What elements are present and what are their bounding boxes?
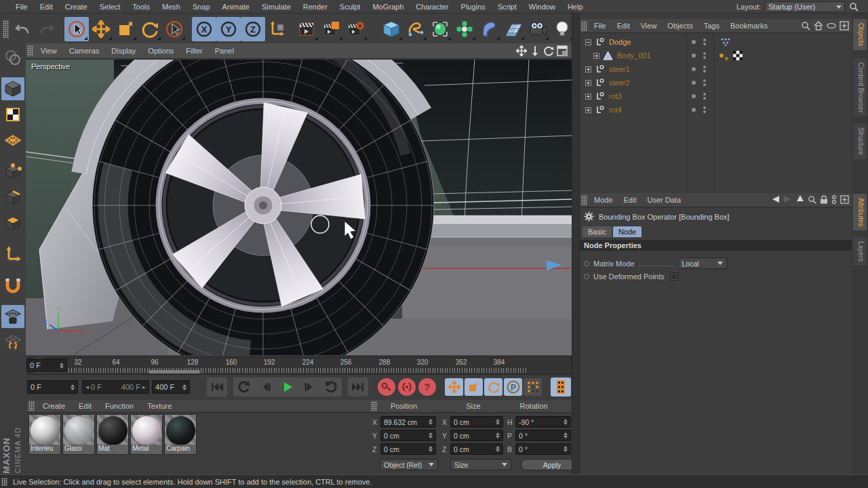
menu-tools[interactable]: Tools [126,0,156,14]
lock-y-axis[interactable]: Y [216,17,241,41]
viewport-grip[interactable] [27,45,33,56]
viewport-canvas[interactable]: Y X Z [26,60,572,355]
workplane-mode-button[interactable] [1,129,24,152]
add-deformer-button[interactable] [477,17,501,41]
om-menu-bookmarks[interactable]: Bookmarks [725,22,773,30]
object-label[interactable]: Dodge [609,38,631,46]
material-menu-texture[interactable]: Texture [140,402,178,410]
visibility-dot[interactable] [692,94,696,98]
lock-z-axis[interactable]: Z [241,17,265,41]
ruler-scroll-handle[interactable] [149,370,200,373]
maximize-view-icon[interactable] [557,45,568,56]
object-manager-grip[interactable] [581,21,587,31]
menu-plugins[interactable]: Plugins [455,0,492,14]
selection-tag-icon[interactable] [719,54,724,58]
goto-end-button[interactable] [348,378,368,396]
lock-icon[interactable] [820,195,828,204]
tree-row-dodge[interactable]: Dodge [580,35,852,49]
viewport-menu-filter[interactable]: Filter [180,47,208,55]
record-scale-toggle[interactable] [465,378,483,396]
node-properties-section[interactable]: Node Properties [580,240,852,251]
play-backward-button[interactable] [234,378,254,396]
coordinate-system-toggle[interactable] [265,17,290,41]
end-frame-field[interactable]: 400 F [152,380,190,394]
side-tab-attributes[interactable]: Attributes [853,194,867,230]
expander-icon[interactable] [585,94,591,100]
expander-icon[interactable] [593,53,599,59]
texture-mode-button[interactable] [1,103,24,126]
menu-character[interactable]: Character [410,0,454,14]
viewport-menu-display[interactable]: Display [105,47,142,55]
snap-button[interactable] [1,274,24,297]
menu-script[interactable]: Script [492,0,523,14]
tree-row-rot4[interactable]: rot4 [580,103,852,117]
viewport-menu-view[interactable]: View [35,47,63,55]
help-button[interactable]: ? [418,378,436,396]
axis-mode-button[interactable] [1,243,24,266]
layout-dropdown[interactable]: Startup (User) [765,1,845,12]
use-deformed-points-checkbox[interactable] [670,272,678,281]
viewport-menu-cameras[interactable]: Cameras [63,47,106,55]
toolbar-grip[interactable] [3,20,9,38]
add-camera-button[interactable] [526,17,550,41]
add-panel-icon[interactable] [840,21,849,30]
record-parameter-toggle[interactable]: P [504,378,522,396]
om-search-icon[interactable] [801,21,810,30]
material-swatch[interactable]: Interieu [28,414,61,455]
add-modeling-object-button[interactable] [452,17,477,41]
menu-animate[interactable]: Animate [216,0,256,14]
attr-menu-userdata[interactable]: User Data [642,196,687,204]
expander-icon[interactable] [585,107,591,113]
lock-x-axis[interactable]: X [192,17,216,41]
side-tab-layers[interactable]: Layers [853,237,867,266]
menu-sculpt[interactable]: Sculpt [334,0,367,14]
visibility-dot[interactable] [692,54,696,58]
material-swatch[interactable]: Glass [62,414,95,455]
record-position-toggle[interactable] [445,378,463,396]
material-menu-edit[interactable]: Edit [72,402,98,410]
add-cube-button[interactable] [379,17,403,41]
record-keyframe-button[interactable] [378,378,395,396]
points-mode-button[interactable] [1,160,24,183]
scale-tool[interactable] [113,17,138,41]
object-label[interactable]: steer1 [609,65,630,73]
visibility-dot[interactable] [692,40,696,44]
spinner-icon[interactable] [57,363,64,369]
record-rotation-toggle[interactable] [484,378,502,396]
side-tab-content-browser[interactable]: Content Browser [853,58,867,117]
rotate-view-icon[interactable] [543,45,554,56]
om-menu-objects[interactable]: Objects [662,22,698,30]
object-label[interactable]: Body_001 [617,52,651,60]
coordinates-grip[interactable] [371,401,377,411]
panel-divider[interactable] [572,14,580,474]
last-tool-used[interactable] [162,17,186,41]
play-loop-button[interactable] [321,378,341,396]
om-menu-file[interactable]: File [589,22,612,30]
om-menu-view[interactable]: View [635,22,663,30]
record-pla-toggle[interactable] [524,378,542,396]
viewport-menu-options[interactable]: Options [142,47,180,55]
home-icon[interactable] [814,21,823,30]
next-frame-button[interactable] [299,378,319,396]
rotation-p-field[interactable]: 0 ° [515,430,571,441]
menu-snap[interactable]: Snap [186,0,216,14]
render-visibility-dots[interactable] [703,106,706,113]
add-light-button[interactable] [550,17,574,41]
side-tab-structure[interactable]: Structure [853,123,867,159]
viewport-menu-panel[interactable]: Panel [209,47,240,55]
workplane-align-button[interactable] [1,331,24,354]
attr-add-panel-icon[interactable] [840,195,849,204]
menu-edit[interactable]: Edit [34,0,59,14]
xpresso-tag-icon[interactable] [721,38,730,46]
path-icon[interactable] [827,21,836,30]
visibility-dot[interactable] [692,108,696,112]
menu-mesh[interactable]: Mesh [156,0,186,14]
keyframe-dot-icon[interactable] [584,274,589,279]
menu-mograph[interactable]: MoGraph [366,0,410,14]
attr-search-icon[interactable] [808,195,816,204]
coordinate-mode-dropdown[interactable]: Object (Rel) [380,459,438,470]
link-dots-icon[interactable] [831,195,837,204]
side-tab-objects[interactable]: Objects [853,19,867,50]
model-mode-button[interactable] [1,77,24,100]
texture-tag-icon[interactable] [733,51,743,60]
